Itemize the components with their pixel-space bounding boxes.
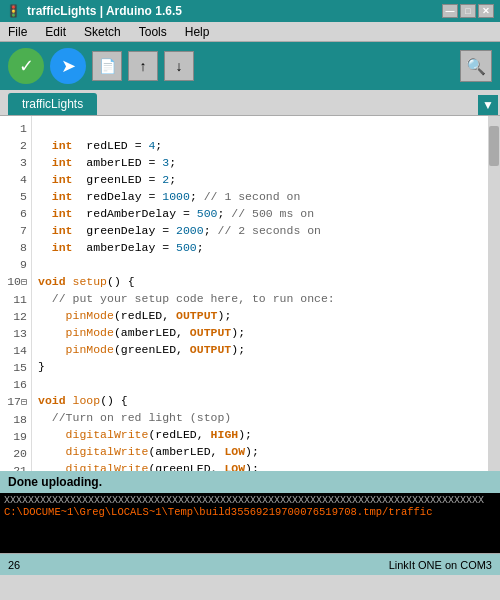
line-num-16: 16 bbox=[6, 376, 27, 393]
line-num-13: 13 bbox=[6, 325, 27, 342]
code-area: 1 2 3 4 5 6 7 8 9 10⊟ 11 12 13 14 15 16 … bbox=[0, 116, 500, 471]
menu-tools[interactable]: Tools bbox=[135, 23, 171, 41]
tab-trafficlights[interactable]: trafficLights bbox=[8, 93, 97, 115]
line-num-19: 19 bbox=[6, 428, 27, 445]
line-num-5: 5 bbox=[6, 188, 27, 205]
line-num-11: 11 bbox=[6, 291, 27, 308]
line-num-12: 12 bbox=[6, 308, 27, 325]
toolbar: ✓ ➤ 📄 ↑ ↓ 🔍 bbox=[0, 42, 500, 90]
line-num-20: 20 bbox=[6, 445, 27, 462]
line-num-10: 10⊟ bbox=[6, 273, 27, 291]
console-output: XXXXXXXXXXXXXXXXXXXXXXXXXXXXXXXXXXXXXXXX… bbox=[0, 493, 500, 553]
title-bar-left: 🚦 trafficLights | Arduino 1.6.5 bbox=[6, 4, 182, 18]
tab-bar: trafficLights ▼ bbox=[0, 90, 500, 116]
line-num-1: 1 bbox=[6, 120, 27, 137]
board-info: LinkIt ONE on COM3 bbox=[389, 559, 492, 571]
menu-bar: File Edit Sketch Tools Help bbox=[0, 22, 500, 42]
console-status-label: Done uploading. bbox=[0, 471, 500, 493]
menu-edit[interactable]: Edit bbox=[41, 23, 70, 41]
code-editor[interactable]: int redLED = 4; int amberLED = 3; int gr… bbox=[32, 116, 488, 471]
line-num-17: 17⊟ bbox=[6, 393, 27, 411]
line-num-14: 14 bbox=[6, 342, 27, 359]
app-icon: 🚦 bbox=[6, 4, 21, 18]
tab-arrow-button[interactable]: ▼ bbox=[478, 95, 498, 115]
line-num-8: 8 bbox=[6, 239, 27, 256]
window-title: trafficLights | Arduino 1.6.5 bbox=[27, 4, 182, 18]
console-line-1: XXXXXXXXXXXXXXXXXXXXXXXXXXXXXXXXXXXXXXXX… bbox=[4, 495, 496, 506]
console-line-2: C:\DOCUME~1\Greg\LOCALS~1\Temp\build3556… bbox=[4, 506, 496, 518]
upload-button[interactable]: ➤ bbox=[50, 48, 86, 84]
line-num-3: 3 bbox=[6, 154, 27, 171]
title-bar: 🚦 trafficLights | Arduino 1.6.5 — □ ✕ bbox=[0, 0, 500, 22]
line-num-9: 9 bbox=[6, 256, 27, 273]
line-num-18: 18 bbox=[6, 411, 27, 428]
menu-sketch[interactable]: Sketch bbox=[80, 23, 125, 41]
line-num-6: 6 bbox=[6, 205, 27, 222]
line-number-value: 26 bbox=[8, 559, 20, 571]
close-button[interactable]: ✕ bbox=[478, 4, 494, 18]
open-button[interactable]: ↑ bbox=[128, 51, 158, 81]
new-button[interactable]: 📄 bbox=[92, 51, 122, 81]
status-bar: 26 LinkIt ONE on COM3 bbox=[0, 553, 500, 575]
minimize-button[interactable]: — bbox=[442, 4, 458, 18]
maximize-button[interactable]: □ bbox=[460, 4, 476, 18]
line-num-7: 7 bbox=[6, 222, 27, 239]
line-numbers: 1 2 3 4 5 6 7 8 9 10⊟ 11 12 13 14 15 16 … bbox=[0, 116, 32, 471]
scrollbar-thumb[interactable] bbox=[489, 126, 499, 166]
menu-file[interactable]: File bbox=[4, 23, 31, 41]
tab-label: trafficLights bbox=[22, 97, 83, 111]
line-num-21: 21 bbox=[6, 462, 27, 471]
menu-help[interactable]: Help bbox=[181, 23, 214, 41]
verify-button[interactable]: ✓ bbox=[8, 48, 44, 84]
line-num-4: 4 bbox=[6, 171, 27, 188]
title-bar-controls[interactable]: — □ ✕ bbox=[442, 4, 494, 18]
search-button[interactable]: 🔍 bbox=[460, 50, 492, 82]
done-uploading-text: Done uploading. bbox=[8, 475, 102, 489]
line-number-status: 26 bbox=[8, 559, 20, 571]
vertical-scrollbar[interactable] bbox=[488, 116, 500, 471]
save-button[interactable]: ↓ bbox=[164, 51, 194, 81]
line-num-15: 15 bbox=[6, 359, 27, 376]
line-num-2: 2 bbox=[6, 137, 27, 154]
